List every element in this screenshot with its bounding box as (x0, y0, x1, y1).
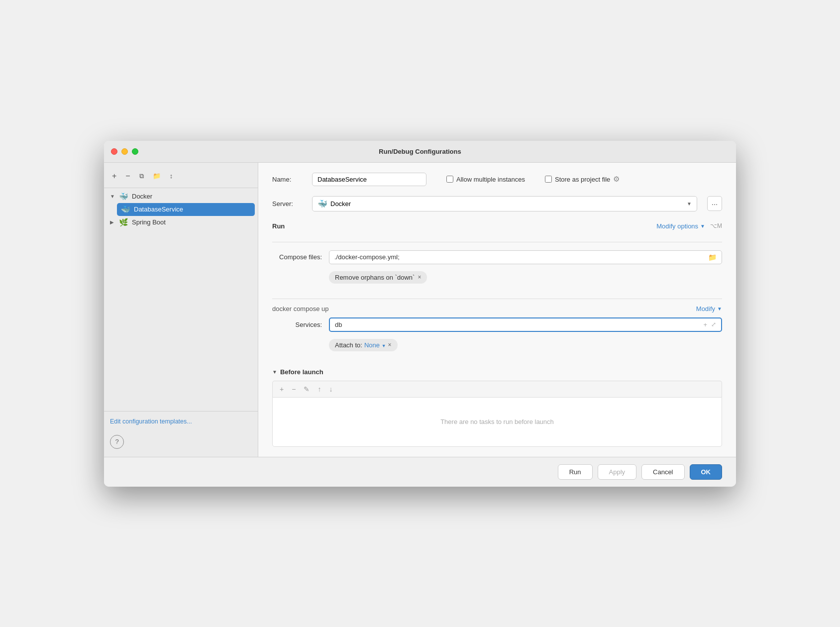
copy-config-button[interactable]: ⧉ (137, 171, 146, 181)
store-project-gear-icon[interactable]: ⚙ (613, 175, 620, 184)
name-input[interactable] (312, 173, 426, 186)
modify-options-chevron-icon: ▼ (700, 223, 705, 229)
run-section-header: Run Modify options ▼ ⌥M (272, 222, 722, 230)
before-launch-remove-button[interactable]: − (291, 384, 297, 394)
tree-group-springboot[interactable]: ▶ 🌿 Spring Boot (104, 216, 258, 229)
store-project-group: Store as project file ⚙ (545, 175, 620, 184)
docker-group-label: Docker (132, 193, 152, 200)
sort-configs-button[interactable]: ↕ (168, 171, 175, 181)
before-launch-content: There are no tasks to run before launch (272, 397, 722, 447)
ok-button[interactable]: OK (690, 464, 723, 480)
name-row: Name: Allow multiple instances Store as … (272, 173, 722, 186)
attach-tag-close[interactable]: × (388, 342, 392, 348)
traffic-lights (111, 148, 138, 155)
run-debug-configurations-window: Run/Debug Configurations + − ⧉ 📁 ↕ (104, 141, 736, 487)
before-launch-chevron-icon[interactable]: ▼ (272, 369, 277, 375)
modify-chevron-icon: ▼ (717, 306, 722, 312)
services-label: Services: (272, 321, 322, 328)
modify-label: Modify (696, 305, 715, 313)
cancel-button[interactable]: Cancel (641, 464, 684, 480)
sidebar-footer: Edit configuration templates... (104, 411, 258, 431)
tags-area: Remove orphans on `down` × (329, 271, 722, 284)
docker-compose-up-label: docker compose up (272, 305, 328, 313)
before-launch-edit-button[interactable]: ✎ (303, 384, 311, 394)
compose-files-folder-icon[interactable]: 📁 (708, 253, 717, 261)
minimize-button[interactable] (121, 148, 128, 155)
remove-config-button[interactable]: − (123, 171, 132, 182)
maximize-button[interactable] (132, 148, 138, 155)
springboot-label: Spring Boot (132, 218, 166, 226)
server-dots-button[interactable]: ··· (707, 196, 722, 211)
before-launch-add-button[interactable]: + (279, 384, 285, 394)
attach-label: Attach to: (335, 341, 362, 349)
server-select[interactable]: 🐳 Docker ▼ (312, 196, 697, 211)
modify-options-label: Modify options (656, 222, 698, 230)
springboot-chevron: ▶ (110, 219, 117, 225)
database-service-label: DatabaseService (134, 206, 183, 213)
database-service-icon: 🐳 (121, 205, 130, 214)
detail-panel: Name: Allow multiple instances Store as … (258, 163, 736, 457)
before-launch-section: ▼ Before launch + − ✎ ↑ (272, 368, 722, 447)
springboot-icon: 🌿 (119, 218, 128, 227)
server-docker-icon: 🐳 (317, 199, 327, 209)
attach-value[interactable]: None ▼ (364, 341, 386, 349)
server-row: Server: 🐳 Docker ▼ ··· (272, 196, 722, 211)
services-row: Services: db + ⤢ (272, 317, 722, 332)
before-launch-down-button[interactable]: ↓ (328, 384, 333, 394)
server-field-label: Server: (272, 200, 302, 208)
before-launch-toolbar: + − ✎ ↑ ↓ (272, 381, 722, 397)
compose-files-input-wrapper[interactable]: ./docker-compose.yml; 📁 (329, 250, 722, 264)
run-button[interactable]: Run (558, 464, 593, 480)
remove-orphans-tag: Remove orphans on `down` × (329, 271, 427, 284)
store-project-label: Store as project file (555, 176, 610, 183)
remove-orphans-tag-close[interactable]: × (418, 274, 421, 280)
server-select-left: 🐳 Docker (317, 199, 351, 209)
allow-multiple-group: Allow multiple instances (446, 176, 525, 183)
attach-chevron-icon: ▼ (382, 343, 386, 348)
attach-to-tag: Attach to: None ▼ × (329, 339, 398, 351)
server-select-chevron-icon: ▼ (687, 201, 692, 207)
allow-multiple-label: Allow multiple instances (456, 176, 525, 183)
before-launch-title: Before launch (280, 368, 323, 376)
before-launch-up-button[interactable]: ↑ (316, 384, 322, 394)
store-project-checkbox[interactable] (545, 176, 552, 183)
docker-chevron: ▼ (110, 194, 117, 199)
sidebar: + − ⧉ 📁 ↕ ▼ 🐳 (104, 163, 258, 457)
services-add-icon[interactable]: + (703, 321, 707, 328)
modify-button[interactable]: Modify ▼ (696, 305, 722, 313)
docker-compose-up-header: docker compose up Modify ▼ (272, 299, 722, 313)
close-button[interactable] (111, 148, 117, 155)
name-field-label: Name: (272, 176, 302, 183)
allow-multiple-checkbox[interactable] (446, 176, 453, 183)
services-value: db (335, 321, 342, 328)
titlebar: Run/Debug Configurations (104, 141, 736, 163)
services-expand-icon[interactable]: ⤢ (711, 321, 716, 328)
apply-button[interactable]: Apply (598, 464, 637, 480)
services-input-wrapper[interactable]: db + ⤢ (329, 317, 722, 332)
remove-orphans-tag-label: Remove orphans on `down` (335, 274, 415, 281)
run-section-title: Run (272, 222, 285, 230)
main-content: + − ⧉ 📁 ↕ ▼ 🐳 (104, 163, 736, 457)
move-to-folder-button[interactable]: 📁 (151, 171, 163, 181)
compose-files-row: Compose files: ./docker-compose.yml; 📁 (272, 250, 722, 264)
modify-options-shortcut: ⌥M (710, 222, 722, 229)
tree-item-database-service[interactable]: 🐳 DatabaseService (117, 203, 255, 216)
before-launch-empty-message: There are no tasks to run before launch (440, 418, 554, 425)
add-config-button[interactable]: + (110, 171, 118, 182)
tree-group-docker[interactable]: ▼ 🐳 Docker (104, 190, 258, 203)
dialog-footer: Run Apply Cancel OK (104, 457, 736, 487)
config-tree: ▼ 🐳 Docker 🐳 DatabaseService ▶ 🌿 Spring … (104, 190, 258, 229)
docker-children: 🐳 DatabaseService (104, 203, 258, 216)
sidebar-toolbar: + − ⧉ 📁 ↕ (104, 167, 258, 188)
modify-options-button[interactable]: Modify options ▼ (656, 222, 705, 230)
compose-files-label: Compose files: (272, 253, 322, 261)
server-value: Docker (330, 200, 351, 208)
help-button[interactable]: ? (110, 435, 124, 449)
before-launch-header: ▼ Before launch (272, 368, 722, 376)
edit-templates-link[interactable]: Edit configuration templates... (110, 418, 192, 425)
run-section-divider (272, 242, 722, 242)
window-title: Run/Debug Configurations (379, 148, 461, 155)
docker-group-icon: 🐳 (119, 192, 128, 201)
attach-tag-area: Attach to: None ▼ × (329, 339, 722, 351)
compose-files-value: ./docker-compose.yml; (334, 253, 400, 261)
